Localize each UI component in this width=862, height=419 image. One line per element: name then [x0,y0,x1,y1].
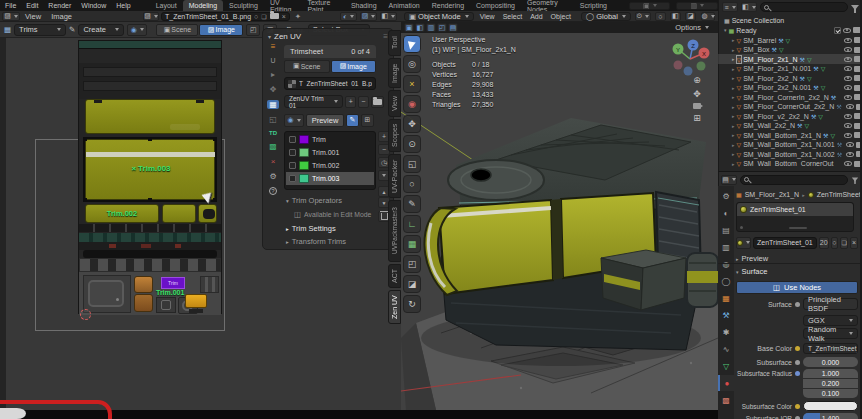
image-stack-button[interactable]: ▨ [360,12,377,21]
tab-tool[interactable]: ⚙ [718,188,734,204]
tab-particles[interactable]: ✱ [718,324,734,340]
tool-scale[interactable]: ⊙ [403,135,421,153]
preset-folder-button[interactable] [371,96,384,108]
outliner-item[interactable]: ▸▽SM_Floor_2x2_N.001⚒▽ [718,83,862,93]
uv-2d-cursor[interactable] [80,309,91,320]
radius-x-slider[interactable]: 1.000 [803,369,858,378]
sidebar-tab-uvpackmaster3[interactable]: UVPackmaster3 [388,200,401,262]
outliner-item[interactable]: ▸▽SM_Floor_v2_2x2_N⚒▽ [718,111,862,121]
brush-color-button[interactable]: ◉ [127,24,147,36]
outliner-item[interactable]: ▸▽SM_Floor_CornerOut_2x2_N⚒ [718,102,862,112]
eye-icon[interactable] [844,76,852,81]
trim-list-item[interactable]: Trim.002 [286,159,374,172]
prefs-gear-icon[interactable]: ⚙ [269,172,276,181]
trim-list-item[interactable]: Trim.001 [286,146,374,159]
help-icon[interactable]: ? [269,187,277,195]
outliner-item[interactable]: ▸▽SM_Floor_2x2_N⚒▽ [718,73,862,83]
outliner-search[interactable] [760,2,848,12]
copy-material-button[interactable]: ❏ [840,237,848,249]
trim-checkbox[interactable] [289,175,296,182]
workspace-tab-uv-editing[interactable]: UV Editing [264,0,302,11]
display-mode-button[interactable]: ≡ [722,2,738,12]
outliner-item[interactable]: ▸▽SM_Wall_Bottom_2x1_N.002⚒ [718,149,862,159]
scene-selector[interactable]: ▣ [629,2,671,10]
tool-bevel[interactable]: ◪ [403,275,421,293]
tab-view-layer[interactable]: ▥ [718,239,734,255]
workspace-tab-shading[interactable]: Shading [345,0,383,11]
outliner-item[interactable]: ▸▽SM_Floor_2x1_N.001⚒▽ [718,64,862,74]
tab-output[interactable]: ▤ [718,222,734,238]
scene-toggle[interactable]: ▣Scene [156,24,198,36]
sidebar-tab-scopes[interactable]: Scopes [388,119,401,152]
tool-knife[interactable]: ✎ [403,195,421,213]
material-slot-selected[interactable]: ZenTrimSheet_01 [737,203,853,216]
workspace-tab-texture-paint[interactable]: Texture Paint [301,0,345,11]
surface-shader-field[interactable]: Principled BSDF [803,298,858,310]
sidebar-tab-uv-packer[interactable]: UV-Packer [388,154,401,198]
vp-menu-select[interactable]: Select [501,13,524,20]
subsurface-ior-slider[interactable]: 1.400 [803,413,858,419]
mode-transfer-icon-5[interactable]: ▤ [448,23,458,32]
menu-edit[interactable]: Edit [21,2,43,9]
expand-trim-button[interactable]: ⊞ [361,114,374,127]
overlay-toggle-button[interactable]: ◧ [670,12,681,21]
mode-dropdown[interactable]: ▣Object Mode [404,12,474,21]
tool-move[interactable]: ✥ [403,115,421,133]
tab-texture[interactable]: ▩ [718,392,734,408]
trim-color-swatch[interactable] [299,161,309,170]
render-checkbox[interactable] [834,27,841,34]
outliner-item[interactable]: ▸▽SM_Wall_2x2_N⚒▽ [718,121,862,131]
tool-inset[interactable]: ◰ [403,255,421,273]
properties-search[interactable] [740,175,848,185]
filter-mode-button[interactable]: ◧ [741,2,757,12]
unlink-material-button[interactable]: × [850,237,858,249]
xray-toggle-button[interactable]: ◪ [685,12,696,21]
material-name-field[interactable]: ZenTrimSheet_01 [753,237,817,249]
trim-list-item-selected[interactable]: Trim.003 [286,172,374,185]
trim-list-item[interactable]: Trim [286,133,374,146]
ortho-toggle-icon[interactable]: ⊞ [693,113,701,123]
trim-checkbox[interactable] [289,162,296,169]
trim-color-swatch[interactable] [299,148,309,157]
sidebar-tab-zen-uv[interactable]: Zen UV [388,290,401,324]
zen-image-field[interactable]: T_ZenTrimSheet_01_B.png [284,77,376,90]
eye-icon[interactable] [844,66,852,71]
base-color-field[interactable]: T_ZenTrimSheet_01_B... [803,343,858,354]
zen-scene-toggle[interactable]: ▣Scene [284,60,330,73]
vp-menu-add[interactable]: Add [528,13,544,20]
snap-button[interactable]: ⊙ [635,12,651,21]
new-image-icon[interactable]: ○ [254,13,258,20]
trim-checkbox[interactable] [289,149,296,156]
image-browse-button[interactable]: ▨ [143,12,159,21]
sidebar-tab-image[interactable]: Image [388,58,401,88]
eye-icon[interactable] [844,38,852,43]
use-nodes-button[interactable]: ◫ Use Nodes [736,281,858,294]
preset-dropdown[interactable]: ZenUV Trim 01 [284,95,343,108]
tab-modifiers[interactable]: ⚒ [718,307,734,323]
radius-y-slider[interactable]: 0.200 [803,379,858,388]
trim-color-swatch[interactable] [299,174,309,183]
vp-menu-view[interactable]: View [478,13,497,20]
tool-move-x[interactable]: × [403,75,421,93]
eye-icon[interactable] [843,28,851,33]
eye-icon[interactable] [846,104,854,109]
slot-scrollbar[interactable] [789,227,807,229]
workspace-tab-compositing[interactable]: Compositing [470,0,521,11]
options-dropdown[interactable]: Options [671,23,713,32]
properties-editor-type[interactable]: ▤ [721,175,737,185]
menu-file[interactable]: File [0,2,21,9]
menu-window[interactable]: Window [76,2,111,9]
eye-icon[interactable] [844,161,852,166]
image-datablock[interactable]: T_ZenTrimSheet_01_B.png ○ ❏ × [161,12,290,21]
menu-render[interactable]: Render [43,2,76,9]
eye-icon[interactable] [846,152,854,157]
uv-menu-image[interactable]: Image [46,12,77,21]
editor-type-button[interactable]: ▨ [2,12,20,21]
remove-preset-button[interactable]: − [358,96,369,108]
outliner-item[interactable]: ▸▽SM_Wall_Bottom_2x1_N.001⚒ [718,140,862,150]
zen-image-toggle[interactable]: ▨Image [331,60,377,73]
trimsheet-mode-icon[interactable]: ≡ [271,42,276,51]
eye-icon[interactable] [844,85,852,90]
eye-icon[interactable] [844,47,852,52]
checker-mode-icon[interactable]: ▩ [269,142,277,151]
